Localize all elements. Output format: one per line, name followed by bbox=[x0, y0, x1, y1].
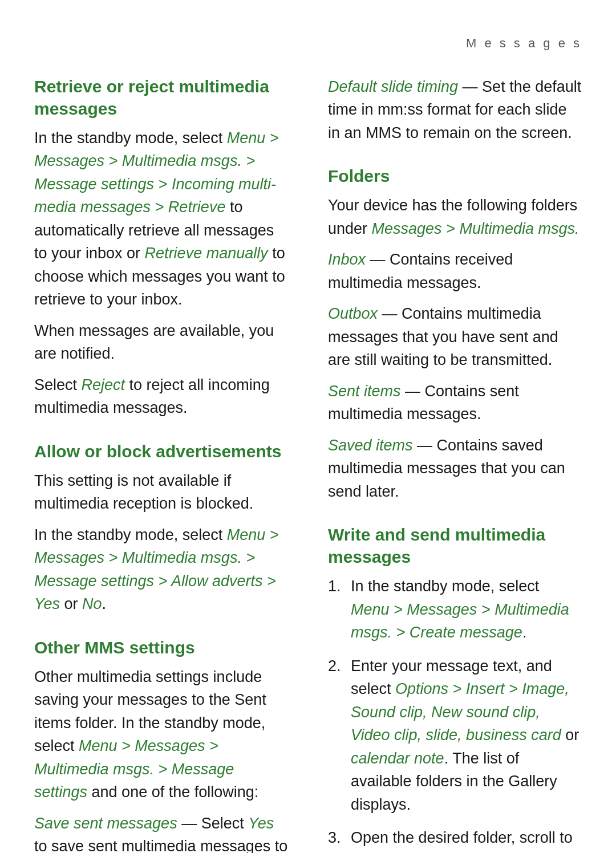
right-column: Default slide timing — Set the default t… bbox=[322, 75, 582, 853]
page-header: M e s s a g e s bbox=[34, 34, 582, 52]
list-item-1-text: In the standby mode, select Menu > Messa… bbox=[351, 575, 582, 644]
section-other-mms: Other MMS settings Other multimedia sett… bbox=[34, 636, 288, 853]
list-item-1: 1. In the standby mode, select Menu > Me… bbox=[328, 575, 582, 644]
list-number-1: 1. bbox=[328, 575, 344, 644]
section-write-send-heading: Write and send multimedia messages bbox=[328, 523, 582, 568]
list-item-2-text: Enter your message text, and select Opti… bbox=[351, 655, 582, 817]
section-retrieve-reject-heading: Retrieve or reject multimedia messages bbox=[34, 75, 288, 120]
list-number-2: 2. bbox=[328, 655, 344, 817]
two-column-layout: Retrieve or reject multimedia messages I… bbox=[34, 75, 582, 853]
list-item-3-text: Open the desired folder, scroll to the i… bbox=[351, 826, 582, 853]
section-folders: Folders Your device has the following fo… bbox=[328, 165, 582, 503]
list-number-3: 3. bbox=[328, 826, 344, 853]
section-allow-block-ads-body: This setting is not available if multime… bbox=[34, 469, 288, 616]
section-write-send: Write and send multimedia messages 1. In… bbox=[328, 523, 582, 853]
section-other-mms-body: Other multimedia settings include saving… bbox=[34, 665, 288, 853]
section-slide-timing-body: Default slide timing — Set the default t… bbox=[328, 75, 582, 145]
section-write-send-body: 1. In the standby mode, select Menu > Me… bbox=[328, 575, 582, 853]
left-column: Retrieve or reject multimedia messages I… bbox=[34, 75, 294, 853]
header-text: M e s s a g e s bbox=[466, 36, 582, 50]
section-allow-block-ads: Allow or block advertisements This setti… bbox=[34, 440, 288, 616]
section-folders-body: Your device has the following folders un… bbox=[328, 194, 582, 503]
list-item-3: 3. Open the desired folder, scroll to th… bbox=[328, 826, 582, 853]
section-folders-heading: Folders bbox=[328, 165, 582, 187]
write-send-list: 1. In the standby mode, select Menu > Me… bbox=[328, 575, 582, 853]
section-retrieve-reject: Retrieve or reject multimedia messages I… bbox=[34, 75, 288, 420]
list-item-2: 2. Enter your message text, and select O… bbox=[328, 655, 582, 817]
section-retrieve-reject-body: In the standby mode, select Menu > Messa… bbox=[34, 127, 288, 420]
section-other-mms-heading: Other MMS settings bbox=[34, 636, 288, 659]
section-allow-block-ads-heading: Allow or block advertisements bbox=[34, 440, 288, 462]
section-slide-timing: Default slide timing — Set the default t… bbox=[328, 75, 582, 145]
page-container: M e s s a g e s Retrieve or reject multi… bbox=[0, 0, 616, 853]
